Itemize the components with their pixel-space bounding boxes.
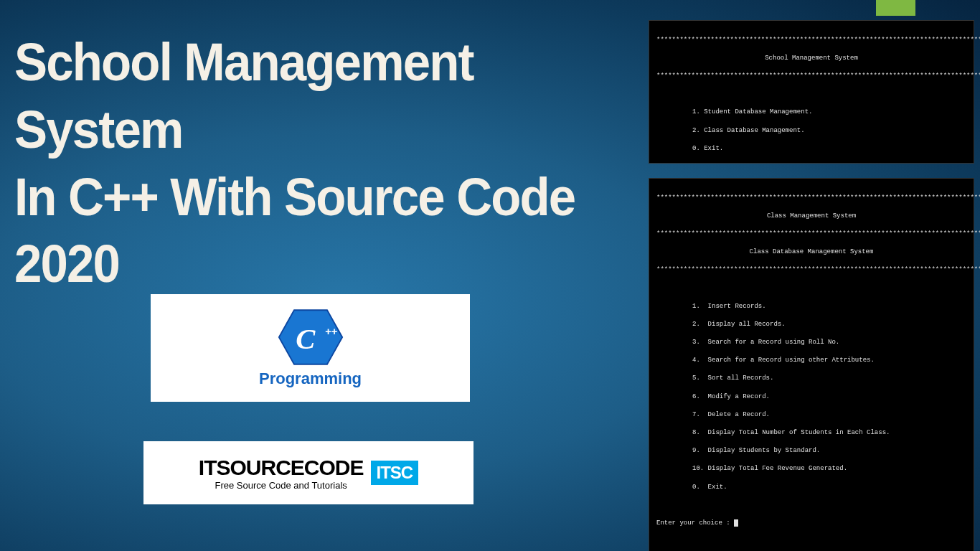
menu-option: 0. Exit.	[656, 483, 966, 492]
terminal-header: Class Management System	[656, 212, 966, 221]
stars: ****************************************…	[656, 72, 966, 81]
terminal-main-menu: ****************************************…	[649, 20, 974, 164]
menu-option: 5. Sort all Records.	[656, 374, 966, 383]
menu-option: 4. Search for a Record using other Attri…	[656, 356, 966, 365]
programming-label: Programming	[259, 369, 362, 388]
terminal-column: ****************************************…	[649, 20, 974, 551]
menu-option: 7. Delete a Record.	[656, 410, 966, 420]
menu-option: 2. Class Database Management.	[656, 126, 966, 136]
stars: ****************************************…	[656, 36, 966, 45]
stars: ****************************************…	[656, 194, 966, 203]
main-title: School Management System In C++ With Sou…	[14, 29, 582, 298]
title-line-1: School Management System	[14, 29, 582, 164]
menu-option: 10. Display Total Fee Revenue Generated.	[656, 464, 966, 474]
menu-option: 8. Display Total Number of Students in E…	[656, 428, 966, 438]
menu-option: 1. Insert Records.	[656, 302, 966, 311]
title-line-2: In C++ With Source Code	[14, 164, 582, 231]
itsc-badge: ITSC	[371, 461, 419, 485]
stars: ****************************************…	[656, 265, 966, 275]
svg-text:C: C	[296, 322, 316, 354]
itsc-brand: ITSOURCECODE	[199, 456, 364, 480]
menu-option: 2. Display all Records.	[656, 320, 966, 329]
itsourcecode-card: ITSOURCECODE Free Source Code and Tutori…	[143, 441, 473, 504]
terminal-subheader: Class Database Management System	[656, 248, 966, 257]
left-column: School Management System In C++ With Sou…	[14, 29, 631, 298]
prompt: Enter your choice :	[656, 519, 966, 528]
cpp-hexagon-icon: C ++	[278, 309, 344, 366]
menu-option: 0. Exit.	[656, 144, 966, 154]
stars: ****************************************…	[656, 230, 966, 239]
itsc-tagline: Free Source Code and Tutorials	[215, 480, 347, 491]
cursor-icon	[734, 519, 738, 527]
accent-bar	[876, 0, 915, 16]
title-line-3: 2020	[14, 230, 582, 298]
terminal-header: School Management System	[656, 54, 966, 63]
menu-option: 9. Display Students by Standard.	[656, 446, 966, 456]
terminal-class-menu: ****************************************…	[649, 178, 974, 551]
cpp-logo-card: C ++ Programming	[151, 294, 470, 402]
menu-option: 6. Modify a Record.	[656, 392, 966, 402]
svg-text:++: ++	[325, 326, 337, 337]
menu-option: 1. Student Database Management.	[656, 108, 966, 117]
menu-option: 3. Search for a Record using Roll No.	[656, 338, 966, 347]
